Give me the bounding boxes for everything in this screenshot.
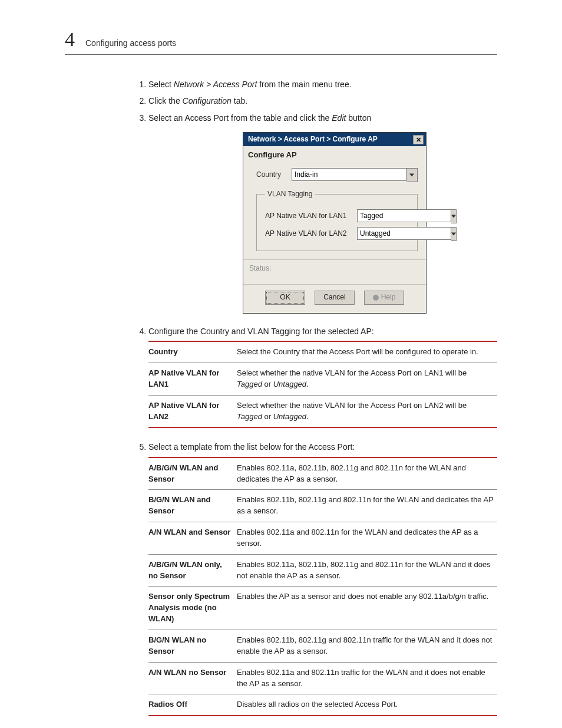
configure-ap-dialog: Network > Access Port > Configure AP ✕ C… bbox=[243, 132, 427, 314]
table-row: Country Select the Country that the Acce… bbox=[148, 341, 497, 363]
table-row: A/N WLAN no Sensor Enables 802.11a and 8… bbox=[148, 662, 497, 694]
table-row: A/B/G/N WLAN only, no Sensor Enables 802… bbox=[148, 554, 497, 587]
template-table: A/B/G/N WLAN and Sensor Enables 802.11a,… bbox=[148, 457, 497, 717]
lan2-label: AP Native VLAN for LAN2 bbox=[265, 229, 357, 239]
ok-button[interactable]: OK bbox=[265, 291, 305, 305]
country-label: Country bbox=[256, 170, 292, 180]
country-input[interactable] bbox=[292, 168, 406, 181]
dialog-title: Network > Access Port > Configure AP bbox=[248, 134, 378, 144]
table-row: B/G/N WLAN no Sensor Enables 802.11b, 80… bbox=[148, 630, 497, 663]
step-4: Configure the Country and VLAN Tagging f… bbox=[148, 325, 497, 429]
chevron-down-icon[interactable] bbox=[451, 209, 457, 223]
table-row: B/G/N WLAN and Sensor Enables 802.11b, 8… bbox=[148, 490, 497, 522]
vlan-legend: VLAN Tagging bbox=[265, 189, 315, 199]
lan1-input[interactable] bbox=[357, 209, 451, 222]
dialog-titlebar: Network > Access Port > Configure AP ✕ bbox=[243, 133, 426, 146]
lan1-select[interactable] bbox=[357, 209, 411, 223]
chevron-down-icon[interactable] bbox=[451, 227, 457, 241]
table-row: A/B/G/N WLAN and Sensor Enables 802.11a,… bbox=[148, 457, 497, 490]
chapter-number: 4 bbox=[65, 28, 75, 51]
chevron-down-icon[interactable] bbox=[406, 168, 418, 182]
country-vlan-table: Country Select the Country that the Acce… bbox=[148, 341, 497, 428]
table-row: Sensor only Spectrum Analysis mode (no W… bbox=[148, 587, 497, 630]
cancel-button[interactable]: Cancel bbox=[315, 291, 355, 305]
lan2-select[interactable] bbox=[357, 227, 411, 241]
vlan-tagging-fieldset: VLAN Tagging AP Native VLAN for LAN1 bbox=[256, 189, 418, 251]
country-select[interactable] bbox=[292, 168, 418, 182]
step-2: Click the Configuration tab. bbox=[148, 95, 497, 107]
table-row: AP Native VLAN for LAN1 Select whether t… bbox=[148, 363, 497, 396]
section-title: Configuring access ports bbox=[85, 38, 176, 48]
page-header: 4 Configuring access ports bbox=[65, 28, 497, 55]
steps-list: Select Network > Access Port from the ma… bbox=[135, 78, 497, 716]
help-button[interactable]: Help bbox=[364, 291, 404, 305]
dialog-subtitle: Configure AP bbox=[243, 146, 426, 162]
step-1: Select Network > Access Port from the ma… bbox=[148, 78, 497, 90]
step-5: Select a template from the list below fo… bbox=[148, 441, 497, 716]
table-row: AP Native VLAN for LAN2 Select whether t… bbox=[148, 395, 497, 427]
table-row: A/N WLAN and Sensor Enables 802.11a and … bbox=[148, 522, 497, 555]
lan1-label: AP Native VLAN for LAN1 bbox=[265, 211, 357, 221]
lan2-input[interactable] bbox=[357, 227, 451, 240]
close-icon[interactable]: ✕ bbox=[413, 135, 424, 144]
step-3: Select an Access Port from the table and… bbox=[148, 112, 497, 314]
help-icon bbox=[373, 295, 379, 301]
status-area: Status: bbox=[243, 259, 426, 285]
table-row: Radios Off Disables all radios on the se… bbox=[148, 694, 497, 716]
